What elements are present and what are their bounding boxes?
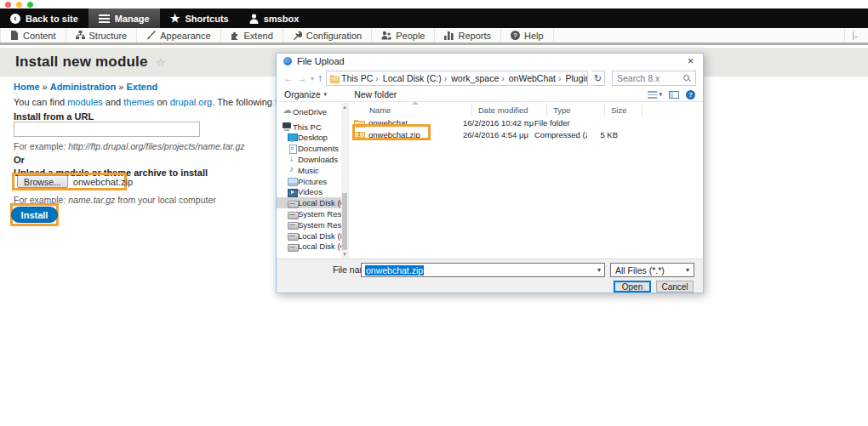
file-name-input[interactable]: onwebchat.zip ▾ bbox=[361, 263, 605, 277]
breadcrumb-separator: » bbox=[116, 82, 126, 92]
address-segment[interactable]: work_space bbox=[451, 73, 507, 83]
scroll-down-icon[interactable]: ▼ bbox=[342, 250, 347, 258]
disk-icon bbox=[288, 231, 298, 240]
minimize-window-icon[interactable] bbox=[16, 2, 22, 8]
themes-link[interactable]: themes bbox=[123, 97, 154, 107]
dialog-main-area: OneDrive This PC Desktop Documents Downl… bbox=[277, 103, 703, 258]
refresh-icon[interactable]: ↻ bbox=[591, 71, 605, 86]
toolbar-spacer bbox=[554, 28, 845, 43]
nav-up-icon[interactable]: ↑ bbox=[317, 73, 323, 83]
browse-button[interactable]: Browse... bbox=[17, 175, 68, 188]
file-upload-icon bbox=[283, 57, 292, 65]
breadcrumb-extend-link[interactable]: Extend bbox=[126, 82, 157, 92]
view-mode-button[interactable]: ▾ bbox=[648, 91, 662, 99]
address-segment[interactable]: onWebChat bbox=[509, 73, 564, 83]
favorite-star-icon[interactable]: ☆ bbox=[156, 56, 166, 69]
sidebar-item-system-reserved-1[interactable]: System Reserved bbox=[277, 208, 341, 219]
help-icon: ? bbox=[511, 31, 520, 40]
dialog-titlebar[interactable]: File Upload × bbox=[277, 54, 703, 69]
nav-forward-icon[interactable]: → bbox=[297, 73, 307, 83]
address-bar[interactable]: This PC Local Disk (C:) work_space onWeb… bbox=[326, 71, 588, 86]
window-titlebar bbox=[0, 0, 868, 9]
column-header-date[interactable]: Date modified bbox=[478, 103, 528, 116]
search-input[interactable]: Search 8.x bbox=[612, 71, 696, 86]
sidebar-item-downloads[interactable]: Downloads bbox=[277, 154, 341, 165]
install-button[interactable]: Install bbox=[11, 207, 59, 223]
pc-icon bbox=[283, 122, 293, 131]
sidebar-item-onedrive[interactable]: OneDrive bbox=[277, 106, 341, 117]
breadcrumb-administration-link[interactable]: Administration bbox=[50, 82, 117, 92]
file-type-select[interactable]: All Files (*.*) ▾ bbox=[610, 263, 694, 277]
disk-icon bbox=[288, 199, 298, 207]
file-type-value: All Files (*.*) bbox=[615, 265, 665, 275]
toolbar-label: People bbox=[396, 31, 425, 41]
toolbar-item-content[interactable]: Content bbox=[0, 28, 66, 43]
sidebar-scrollbar[interactable]: ▲ ▼ bbox=[341, 103, 348, 258]
open-button[interactable]: Open bbox=[614, 281, 651, 293]
back-to-site-button[interactable]: ‹ Back to site bbox=[0, 9, 89, 28]
drupal-org-link[interactable]: drupal.org bbox=[170, 97, 213, 107]
dialog-nav-bar: ← → ▾ ↑ This PC Local Disk (C:) work_spa… bbox=[277, 69, 703, 88]
user-account-tab[interactable]: smsbox bbox=[239, 9, 310, 28]
sidebar-item-videos[interactable]: Videos bbox=[277, 187, 341, 198]
browse-highlight-box: Browse... onwebchat.zip bbox=[12, 173, 127, 190]
cancel-button[interactable]: Cancel bbox=[656, 281, 694, 293]
toolbar-label: Content bbox=[23, 31, 56, 41]
chevron-down-icon: ▾ bbox=[686, 266, 689, 274]
maximize-window-icon[interactable] bbox=[27, 2, 33, 8]
file-list: Name Date modified Type Size onwebchat 1… bbox=[348, 103, 703, 258]
column-header-size[interactable]: Size bbox=[611, 103, 626, 116]
toolbar-item-structure[interactable]: Structure bbox=[66, 28, 138, 43]
toolbar-item-appearance[interactable]: Appearance bbox=[137, 28, 220, 43]
file-upload-dialog: File Upload × ← → ▾ ↑ This PC Local Disk… bbox=[276, 53, 704, 293]
toolbar-label: Structure bbox=[89, 31, 128, 41]
address-segment[interactable]: Plugins bbox=[566, 73, 589, 83]
preview-pane-icon[interactable] bbox=[669, 91, 679, 99]
column-header-type[interactable]: Type bbox=[553, 103, 571, 116]
nav-back-icon[interactable]: ← bbox=[283, 73, 294, 83]
chevron-down-icon[interactable]: ▾ bbox=[597, 266, 601, 274]
search-icon[interactable] bbox=[683, 75, 691, 82]
cloud-icon bbox=[283, 107, 293, 116]
install-from-url-label: Install from a URL bbox=[14, 111, 94, 122]
shortcuts-tab[interactable]: ★ Shortcuts bbox=[160, 9, 239, 28]
sidebar-item-system-reserved-2[interactable]: System Reserved bbox=[277, 219, 341, 230]
dialog-close-icon[interactable]: × bbox=[685, 56, 696, 66]
nav-history-chevron-icon[interactable]: ▾ bbox=[311, 75, 314, 82]
close-window-icon[interactable] bbox=[5, 2, 11, 8]
wrench-icon bbox=[293, 31, 302, 40]
breadcrumb-home-link[interactable]: Home bbox=[14, 82, 40, 92]
new-folder-button[interactable]: New folder bbox=[354, 89, 397, 99]
sidebar-item-pictures[interactable]: Pictures bbox=[277, 176, 341, 187]
sidebar-item-local-disk-c[interactable]: Local Disk (C:) bbox=[277, 197, 341, 208]
scrollbar-thumb[interactable] bbox=[342, 193, 347, 250]
toolbar-item-configuration[interactable]: Configuration bbox=[283, 28, 372, 43]
screen: ‹ Back to site Manage ★ Shortcuts smsbox… bbox=[0, 0, 868, 426]
sidebar-item-documents[interactable]: Documents bbox=[277, 143, 341, 154]
disk-icon bbox=[288, 242, 298, 251]
address-segment[interactable]: This PC bbox=[341, 73, 381, 83]
column-header-name[interactable]: Name bbox=[369, 103, 391, 116]
sidebar-item-local-disk-f[interactable]: Local Disk (F:) bbox=[277, 230, 341, 241]
organize-menu[interactable]: Organize▾ bbox=[284, 89, 327, 99]
scroll-up-icon[interactable]: ▲ bbox=[342, 103, 347, 111]
toolbar-item-reports[interactable]: Reports bbox=[435, 28, 501, 43]
sidebar-item-desktop[interactable]: Desktop bbox=[277, 133, 341, 144]
modules-link[interactable]: modules bbox=[67, 97, 103, 107]
sidebar-item-local-disk-g[interactable]: Local Disk (G:) bbox=[277, 241, 341, 253]
manage-tab[interactable]: Manage bbox=[89, 9, 160, 28]
toolbar-item-help[interactable]: ? Help bbox=[501, 28, 554, 43]
sidebar-item-this-pc[interactable]: This PC bbox=[277, 122, 341, 133]
toolbar-orientation-toggle-icon[interactable]: |← bbox=[844, 28, 868, 43]
breadcrumb: Home»Administration»Extend bbox=[14, 82, 157, 92]
sidebar-item-music[interactable]: Music bbox=[277, 165, 341, 176]
back-to-site-label: Back to site bbox=[26, 14, 78, 24]
address-segment[interactable]: Local Disk (C:) bbox=[383, 73, 449, 83]
help-icon[interactable]: ? bbox=[686, 90, 695, 99]
install-url-input[interactable] bbox=[14, 122, 200, 137]
toolbar-item-people[interactable]: People bbox=[372, 28, 435, 43]
page-title: Install new module bbox=[15, 54, 148, 71]
places-sidebar: OneDrive This PC Desktop Documents Downl… bbox=[277, 103, 341, 258]
toolbar-item-extend[interactable]: Extend bbox=[221, 28, 283, 43]
star-icon: ★ bbox=[170, 13, 180, 24]
